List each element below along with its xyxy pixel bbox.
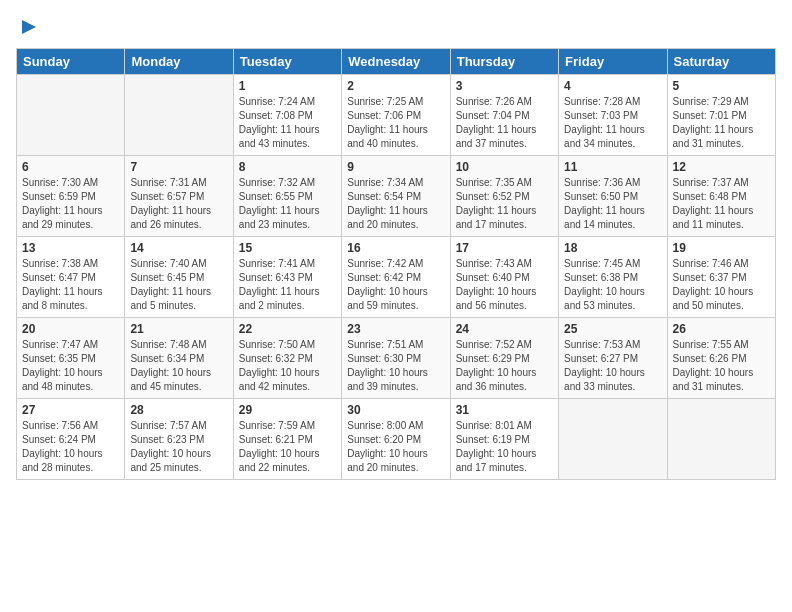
day-number: 25: [564, 322, 661, 336]
day-number: 19: [673, 241, 770, 255]
day-number: 24: [456, 322, 553, 336]
day-info: Sunrise: 7:55 AMSunset: 6:26 PMDaylight:…: [673, 338, 770, 394]
page-header: [16, 16, 776, 38]
calendar-table: SundayMondayTuesdayWednesdayThursdayFrid…: [16, 48, 776, 480]
day-info: Sunrise: 7:53 AMSunset: 6:27 PMDaylight:…: [564, 338, 661, 394]
day-info: Sunrise: 8:01 AMSunset: 6:19 PMDaylight:…: [456, 419, 553, 475]
day-info: Sunrise: 7:24 AMSunset: 7:08 PMDaylight:…: [239, 95, 336, 151]
calendar-cell: 10Sunrise: 7:35 AMSunset: 6:52 PMDayligh…: [450, 156, 558, 237]
day-info: Sunrise: 7:30 AMSunset: 6:59 PMDaylight:…: [22, 176, 119, 232]
calendar-cell: 28Sunrise: 7:57 AMSunset: 6:23 PMDayligh…: [125, 399, 233, 480]
calendar-cell: 9Sunrise: 7:34 AMSunset: 6:54 PMDaylight…: [342, 156, 450, 237]
calendar-cell: 2Sunrise: 7:25 AMSunset: 7:06 PMDaylight…: [342, 75, 450, 156]
calendar-week-row: 6Sunrise: 7:30 AMSunset: 6:59 PMDaylight…: [17, 156, 776, 237]
day-info: Sunrise: 7:25 AMSunset: 7:06 PMDaylight:…: [347, 95, 444, 151]
day-info: Sunrise: 7:34 AMSunset: 6:54 PMDaylight:…: [347, 176, 444, 232]
calendar-week-row: 13Sunrise: 7:38 AMSunset: 6:47 PMDayligh…: [17, 237, 776, 318]
day-info: Sunrise: 7:51 AMSunset: 6:30 PMDaylight:…: [347, 338, 444, 394]
day-info: Sunrise: 7:43 AMSunset: 6:40 PMDaylight:…: [456, 257, 553, 313]
calendar-cell: 18Sunrise: 7:45 AMSunset: 6:38 PMDayligh…: [559, 237, 667, 318]
calendar-cell: 8Sunrise: 7:32 AMSunset: 6:55 PMDaylight…: [233, 156, 341, 237]
day-number: 27: [22, 403, 119, 417]
calendar-cell: 17Sunrise: 7:43 AMSunset: 6:40 PMDayligh…: [450, 237, 558, 318]
day-info: Sunrise: 7:40 AMSunset: 6:45 PMDaylight:…: [130, 257, 227, 313]
day-number: 11: [564, 160, 661, 174]
calendar-cell: 1Sunrise: 7:24 AMSunset: 7:08 PMDaylight…: [233, 75, 341, 156]
day-info: Sunrise: 7:59 AMSunset: 6:21 PMDaylight:…: [239, 419, 336, 475]
day-number: 29: [239, 403, 336, 417]
calendar-cell: 11Sunrise: 7:36 AMSunset: 6:50 PMDayligh…: [559, 156, 667, 237]
day-number: 18: [564, 241, 661, 255]
day-number: 17: [456, 241, 553, 255]
day-info: Sunrise: 7:42 AMSunset: 6:42 PMDaylight:…: [347, 257, 444, 313]
day-number: 9: [347, 160, 444, 174]
svg-marker-0: [22, 20, 36, 34]
day-header-thursday: Thursday: [450, 49, 558, 75]
calendar-cell: 16Sunrise: 7:42 AMSunset: 6:42 PMDayligh…: [342, 237, 450, 318]
day-number: 31: [456, 403, 553, 417]
day-number: 21: [130, 322, 227, 336]
day-info: Sunrise: 7:50 AMSunset: 6:32 PMDaylight:…: [239, 338, 336, 394]
calendar-cell: 25Sunrise: 7:53 AMSunset: 6:27 PMDayligh…: [559, 318, 667, 399]
day-number: 26: [673, 322, 770, 336]
day-info: Sunrise: 7:41 AMSunset: 6:43 PMDaylight:…: [239, 257, 336, 313]
day-number: 10: [456, 160, 553, 174]
calendar-cell: 19Sunrise: 7:46 AMSunset: 6:37 PMDayligh…: [667, 237, 775, 318]
day-number: 7: [130, 160, 227, 174]
calendar-week-row: 1Sunrise: 7:24 AMSunset: 7:08 PMDaylight…: [17, 75, 776, 156]
calendar-cell: 21Sunrise: 7:48 AMSunset: 6:34 PMDayligh…: [125, 318, 233, 399]
day-info: Sunrise: 7:35 AMSunset: 6:52 PMDaylight:…: [456, 176, 553, 232]
day-number: 6: [22, 160, 119, 174]
day-number: 5: [673, 79, 770, 93]
day-info: Sunrise: 7:38 AMSunset: 6:47 PMDaylight:…: [22, 257, 119, 313]
day-number: 20: [22, 322, 119, 336]
calendar-cell: 6Sunrise: 7:30 AMSunset: 6:59 PMDaylight…: [17, 156, 125, 237]
day-info: Sunrise: 7:56 AMSunset: 6:24 PMDaylight:…: [22, 419, 119, 475]
logo: [16, 16, 40, 38]
calendar-cell: 26Sunrise: 7:55 AMSunset: 6:26 PMDayligh…: [667, 318, 775, 399]
day-number: 3: [456, 79, 553, 93]
calendar-cell: 22Sunrise: 7:50 AMSunset: 6:32 PMDayligh…: [233, 318, 341, 399]
calendar-cell: 5Sunrise: 7:29 AMSunset: 7:01 PMDaylight…: [667, 75, 775, 156]
day-info: Sunrise: 7:46 AMSunset: 6:37 PMDaylight:…: [673, 257, 770, 313]
calendar-cell: 4Sunrise: 7:28 AMSunset: 7:03 PMDaylight…: [559, 75, 667, 156]
day-number: 22: [239, 322, 336, 336]
calendar-cell: 24Sunrise: 7:52 AMSunset: 6:29 PMDayligh…: [450, 318, 558, 399]
calendar-cell: [17, 75, 125, 156]
day-header-wednesday: Wednesday: [342, 49, 450, 75]
calendar-cell: [125, 75, 233, 156]
day-info: Sunrise: 7:32 AMSunset: 6:55 PMDaylight:…: [239, 176, 336, 232]
calendar-cell: 14Sunrise: 7:40 AMSunset: 6:45 PMDayligh…: [125, 237, 233, 318]
calendar-cell: 23Sunrise: 7:51 AMSunset: 6:30 PMDayligh…: [342, 318, 450, 399]
day-info: Sunrise: 7:36 AMSunset: 6:50 PMDaylight:…: [564, 176, 661, 232]
day-info: Sunrise: 8:00 AMSunset: 6:20 PMDaylight:…: [347, 419, 444, 475]
day-info: Sunrise: 7:52 AMSunset: 6:29 PMDaylight:…: [456, 338, 553, 394]
calendar-week-row: 20Sunrise: 7:47 AMSunset: 6:35 PMDayligh…: [17, 318, 776, 399]
day-info: Sunrise: 7:37 AMSunset: 6:48 PMDaylight:…: [673, 176, 770, 232]
logo-icon: [18, 16, 40, 38]
calendar-cell: 3Sunrise: 7:26 AMSunset: 7:04 PMDaylight…: [450, 75, 558, 156]
day-number: 23: [347, 322, 444, 336]
day-header-saturday: Saturday: [667, 49, 775, 75]
day-info: Sunrise: 7:48 AMSunset: 6:34 PMDaylight:…: [130, 338, 227, 394]
calendar-cell: [667, 399, 775, 480]
calendar-cell: 30Sunrise: 8:00 AMSunset: 6:20 PMDayligh…: [342, 399, 450, 480]
day-info: Sunrise: 7:47 AMSunset: 6:35 PMDaylight:…: [22, 338, 119, 394]
day-info: Sunrise: 7:29 AMSunset: 7:01 PMDaylight:…: [673, 95, 770, 151]
day-number: 28: [130, 403, 227, 417]
day-number: 8: [239, 160, 336, 174]
day-number: 14: [130, 241, 227, 255]
calendar-cell: 20Sunrise: 7:47 AMSunset: 6:35 PMDayligh…: [17, 318, 125, 399]
day-info: Sunrise: 7:45 AMSunset: 6:38 PMDaylight:…: [564, 257, 661, 313]
day-info: Sunrise: 7:31 AMSunset: 6:57 PMDaylight:…: [130, 176, 227, 232]
day-number: 2: [347, 79, 444, 93]
day-header-monday: Monday: [125, 49, 233, 75]
calendar-cell: [559, 399, 667, 480]
day-number: 16: [347, 241, 444, 255]
day-number: 4: [564, 79, 661, 93]
calendar-cell: 29Sunrise: 7:59 AMSunset: 6:21 PMDayligh…: [233, 399, 341, 480]
calendar-cell: 31Sunrise: 8:01 AMSunset: 6:19 PMDayligh…: [450, 399, 558, 480]
calendar-cell: 27Sunrise: 7:56 AMSunset: 6:24 PMDayligh…: [17, 399, 125, 480]
day-header-friday: Friday: [559, 49, 667, 75]
day-info: Sunrise: 7:26 AMSunset: 7:04 PMDaylight:…: [456, 95, 553, 151]
